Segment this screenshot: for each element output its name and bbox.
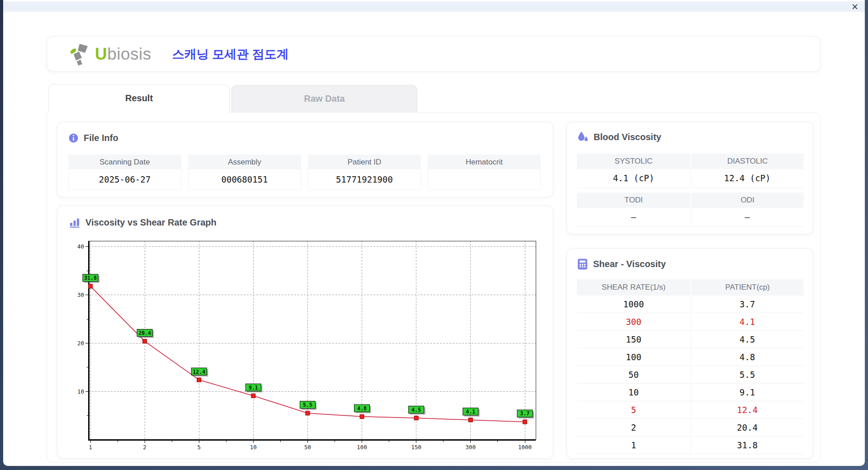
y-tick-label: 30 [77,291,84,298]
shear-rate-cell: 2 [577,419,690,436]
viscosity-chart: 102030401251050100150300100031.820.412.4… [74,238,544,451]
data-point-marker [468,418,472,422]
blood-viscosity-title: Blood Viscosity [594,132,661,142]
field-value: 000680151 [188,169,301,190]
field-assembly: Assembly 000680151 [188,155,301,190]
systolic-value: 4.1 (cP) [577,169,690,188]
patient-cell: 5.5 [690,366,804,383]
blood-viscosity-heading: Blood Viscosity [577,131,661,143]
shear-table-row: 505.5 [577,366,804,384]
shear-rate-cell: 1 [577,437,690,454]
patient-header: PATIENT(cp) [690,279,804,296]
shear-rate-cell: 150 [577,331,690,348]
graph-heading: Viscosity vs Shear Rate Graph [69,217,217,228]
data-point-marker [197,378,201,382]
odi-value: – [690,208,804,226]
shear-rate-cell: 300 [577,313,690,330]
patient-cell: 4.5 [690,331,804,348]
patient-cell: 4.8 [690,348,804,366]
shear-rate-cell: 10 [577,384,690,401]
point-label-text: 3.7 [520,410,530,417]
y-tick-label: 20 [77,340,84,347]
diastolic-value: 12.4 (cP) [690,169,804,188]
data-point-marker [414,416,418,420]
chart-wrap: 102030401251050100150300100031.820.412.4… [74,238,544,451]
x-tick-label: 300 [466,444,476,451]
patient-cell: 9.1 [690,384,804,401]
logo-text-rest: biosis [107,45,151,63]
tab-result[interactable]: Result [48,84,230,113]
table-header-row: SYSTOLIC DIASTOLIC [577,154,804,169]
shear-table-row: 1004.8 [577,348,804,366]
x-tick-label: 50 [304,444,311,451]
logo-text: Ubiosis [95,45,151,64]
shear-table-header: SHEAR RATE(1/s) PATIENT(cp) [577,279,804,296]
data-point-marker [143,339,147,343]
window-titlebar: × [3,1,865,12]
shear-table-body: 10003.73004.11504.51004.8505.5109.1512.4… [577,296,804,454]
y-tick-label: 10 [77,388,84,395]
field-label: Scanning Date [68,155,181,169]
patient-cell: 12.4 [690,401,804,418]
shear-table-row: 3004.1 [577,313,804,331]
close-icon[interactable]: × [851,1,859,12]
x-tick-label: 5 [197,444,201,451]
x-tick-label: 10 [250,444,257,451]
file-info-card: File Info Scanning Date 2025-06-27 Assem… [57,122,553,197]
shear-table-row: 512.4 [577,401,804,419]
data-point-marker [306,411,310,415]
logo-icon [69,42,93,66]
page-title: 스캐닝 모세관 점도계 [172,46,289,62]
bar-chart-icon [69,217,80,228]
table-value-row: 4.1 (cP) 12.4 (cP) [577,169,804,188]
shear-table-row: 109.1 [577,384,804,401]
header-card: Ubiosis 스캐닝 모세관 점도계 [47,36,821,72]
table-value-row: – – [577,208,804,227]
x-tick-label: 1 [89,444,92,451]
odi-header: ODI [690,193,804,208]
shear-table-row: 220.4 [577,419,804,437]
data-point-marker [360,414,364,418]
point-label-text: 4.8 [357,405,367,412]
todi-value: – [577,208,690,226]
patient-cell: 3.7 [690,296,804,313]
x-tick-label: 100 [357,444,367,451]
shear-viscosity-title: Shear - Viscosity [593,259,666,269]
systolic-diastolic-table: SYSTOLIC DIASTOLIC 4.1 (cP) 12.4 (cP) [577,154,804,188]
systolic-header: SYSTOLIC [577,154,690,169]
point-label-text: 31.8 [84,275,97,281]
table-header-row: TODI ODI [577,193,804,208]
field-label: Patient ID [308,155,421,169]
field-hematocrit: Hematocrit [428,155,541,190]
todi-header: TODI [577,193,690,208]
point-label-text: 20.4 [138,330,151,336]
info-icon [68,133,79,143]
file-info-heading: File Info [68,133,118,143]
shear-viscosity-card: Shear - Viscosity SHEAR RATE(1/s) PATIEN… [566,248,813,459]
shear-table-row: 10003.7 [577,296,804,313]
point-label-text: 12.4 [193,369,205,375]
shear-rate-header: SHEAR RATE(1/s) [577,279,690,296]
shear-rate-cell: 5 [577,401,690,418]
blood-viscosity-card: Blood Viscosity SYSTOLIC DIASTOLIC 4.1 (… [566,122,813,235]
data-point-marker [251,394,255,398]
data-point-marker [89,284,93,288]
field-scanning-date: Scanning Date 2025-06-27 [68,155,181,190]
y-tick-label: 40 [77,243,84,250]
file-info-title: File Info [84,133,118,143]
point-label-text: 9.1 [249,385,258,391]
app-window: × Ubiosis 스캐닝 모세관 점도계 Result Raw Data [3,0,865,466]
point-label-text: 4.5 [411,407,421,413]
shear-rate-cell: 50 [577,366,690,383]
field-label: Hematocrit [428,155,541,169]
data-point-marker [523,420,527,424]
logo-text-u: U [95,45,107,63]
patient-cell: 4.1 [690,313,804,330]
field-label: Assembly [188,155,301,169]
tab-raw-data[interactable]: Raw Data [231,85,417,112]
x-tick-label: 150 [411,444,421,451]
point-label-text: 5.5 [303,402,312,408]
droplet-icon [577,131,589,143]
content-card: File Info Scanning Date 2025-06-27 Assem… [47,112,821,463]
patient-cell: 20.4 [690,419,804,436]
